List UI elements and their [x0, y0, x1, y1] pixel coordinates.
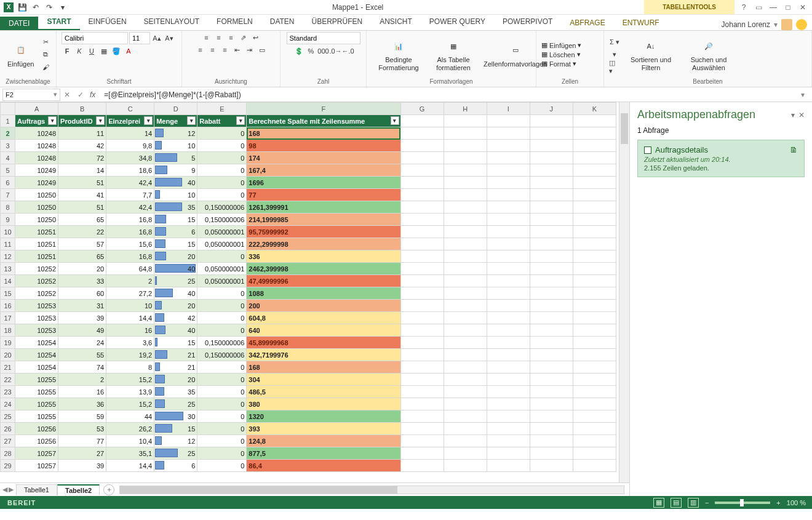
cell[interactable] [444, 460, 487, 472]
cell[interactable] [487, 189, 530, 201]
cell[interactable]: 24 [58, 337, 106, 349]
cell[interactable] [487, 435, 530, 447]
cell[interactable]: 22 [58, 226, 106, 238]
cell[interactable]: 10250 [15, 189, 58, 201]
cell[interactable]: 57 [58, 238, 106, 250]
table-header-cell[interactable]: ProduktID▾ [58, 115, 106, 127]
font-name-input[interactable] [62, 32, 128, 44]
cell[interactable] [530, 214, 573, 226]
cell[interactable]: 304 [247, 374, 400, 386]
cell[interactable]: 45,89999968 [247, 337, 400, 349]
view-page-layout-icon[interactable]: ▤ [671, 498, 682, 508]
cell[interactable]: 7,7 [106, 189, 154, 201]
underline-button[interactable]: U [86, 46, 97, 57]
cell[interactable]: 10254 [15, 349, 58, 361]
cell[interactable]: 0 [197, 300, 247, 312]
column-header-D[interactable]: D [154, 103, 197, 115]
filter-dropdown-icon[interactable]: ▾ [187, 116, 196, 125]
cell[interactable] [444, 447, 487, 460]
cell[interactable] [573, 374, 616, 386]
cell[interactable] [444, 349, 487, 361]
cell[interactable]: 393 [247, 423, 400, 435]
borders-icon[interactable]: ▦ [98, 46, 109, 57]
cell[interactable]: 10251 [15, 226, 58, 238]
cell[interactable] [400, 361, 444, 374]
cell[interactable] [573, 398, 616, 410]
cell[interactable]: 10250 [15, 201, 58, 214]
cell[interactable] [573, 410, 616, 423]
cell[interactable]: 10253 [15, 312, 58, 324]
cell[interactable] [530, 398, 573, 410]
cell[interactable] [444, 189, 487, 201]
cell[interactable]: 10 [106, 300, 154, 312]
cell[interactable] [400, 398, 444, 410]
cell[interactable]: 0 [197, 312, 247, 324]
table-header-cell[interactable]: Menge▾ [154, 115, 197, 127]
cell[interactable] [487, 238, 530, 250]
cell[interactable] [487, 423, 530, 435]
row-header[interactable]: 17 [1, 312, 15, 324]
cell[interactable]: 0,150000006 [197, 201, 247, 214]
row-header[interactable]: 6 [1, 177, 15, 189]
cell[interactable] [400, 386, 444, 398]
column-header-K[interactable]: K [573, 103, 616, 115]
cell[interactable] [400, 238, 444, 250]
delete-cells-button[interactable]: ▦ Löschen ▾ [541, 50, 581, 58]
column-header-A[interactable]: A [15, 103, 58, 115]
cell[interactable]: 25 [154, 398, 197, 410]
cell[interactable]: 72 [58, 152, 106, 164]
cell[interactable] [573, 287, 616, 300]
indent-inc-icon[interactable]: ⇥ [244, 44, 255, 55]
tab-nav-first-icon[interactable]: ◀ [2, 486, 7, 494]
cell[interactable] [573, 164, 616, 177]
fill-color-icon[interactable]: 🪣 [111, 46, 122, 57]
cell[interactable] [400, 460, 444, 472]
cell[interactable] [444, 337, 487, 349]
cell[interactable]: 0,050000001 [197, 238, 247, 250]
expand-formula-bar-icon[interactable]: ▾ [798, 90, 807, 99]
cell[interactable]: 77 [247, 189, 400, 201]
ribbon-tab-powerpivot[interactable]: POWERPIVOT [494, 14, 561, 30]
query-preview-icon[interactable]: 🗎 [790, 145, 798, 154]
cell[interactable]: 20 [154, 250, 197, 263]
cell[interactable]: 2 [58, 374, 106, 386]
cell[interactable]: 14 [58, 164, 106, 177]
redo-icon[interactable]: ↷ [44, 2, 54, 12]
cell[interactable]: 214,1999985 [247, 214, 400, 226]
cut-icon[interactable]: ✂ [40, 37, 51, 48]
zoom-out-icon[interactable]: − [705, 499, 709, 506]
undo-icon[interactable]: ↶ [31, 2, 41, 12]
cell[interactable] [530, 152, 573, 164]
cell[interactable]: 10248 [15, 152, 58, 164]
cell[interactable]: 10251 [15, 238, 58, 250]
insert-cells-button[interactable]: ▦ Einfügen ▾ [541, 41, 581, 49]
row-header[interactable]: 9 [1, 214, 15, 226]
cell[interactable] [400, 214, 444, 226]
cell[interactable] [444, 423, 487, 435]
cell[interactable]: 0,150000006 [197, 337, 247, 349]
cell[interactable]: 0 [197, 423, 247, 435]
cell[interactable]: 380 [247, 398, 400, 410]
cell[interactable]: 1320 [247, 410, 400, 423]
cell[interactable]: 10255 [15, 386, 58, 398]
align-center-icon[interactable]: ≡ [207, 44, 218, 55]
cell[interactable]: 0,050000001 [197, 263, 247, 275]
ribbon-tab-formeln[interactable]: FORMELN [208, 14, 261, 30]
cell[interactable] [573, 127, 616, 140]
cell[interactable] [400, 226, 444, 238]
cell[interactable]: 51 [58, 177, 106, 189]
cell[interactable]: 0 [197, 435, 247, 447]
cell[interactable] [400, 374, 444, 386]
cell[interactable]: 10255 [15, 374, 58, 386]
cell[interactable] [400, 287, 444, 300]
cell[interactable] [444, 361, 487, 374]
cell[interactable]: 12 [154, 127, 197, 140]
cell[interactable]: 33 [58, 275, 106, 287]
cell[interactable]: 44 [106, 410, 154, 423]
cell[interactable] [573, 177, 616, 189]
pane-menu-icon[interactable]: ▾ [791, 111, 795, 119]
cell[interactable] [487, 177, 530, 189]
name-box[interactable]: F2▾ [2, 89, 60, 101]
cell[interactable]: 35,1 [106, 447, 154, 460]
row-header[interactable]: 2 [1, 127, 15, 140]
